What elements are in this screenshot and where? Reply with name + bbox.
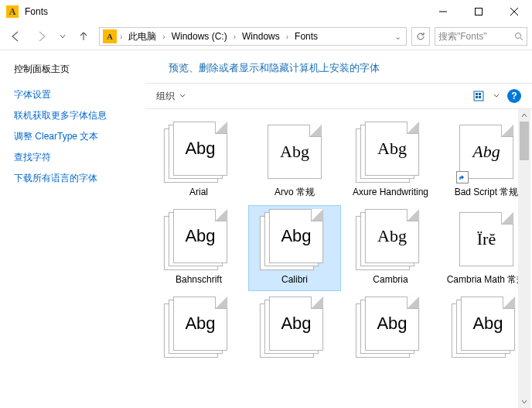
font-sample: Abg — [472, 142, 500, 162]
font-sample: Abg — [185, 139, 215, 159]
sidebar-link-find-char[interactable]: 查找字符 — [14, 151, 131, 164]
font-thumbnail: Ïrĕ — [452, 209, 521, 269]
scroll-up-button[interactable] — [518, 109, 530, 122]
organize-button[interactable]: 组织 — [156, 90, 186, 103]
toolbar: 组织 ? — [145, 83, 532, 109]
scroll-down-button[interactable] — [518, 396, 530, 408]
font-sample: Abg — [280, 142, 309, 162]
vertical-scrollbar[interactable] — [518, 109, 530, 408]
history-dropdown[interactable] — [57, 33, 68, 39]
font-label: Arial — [189, 187, 208, 198]
svg-rect-8 — [479, 93, 481, 95]
close-button[interactable] — [496, 0, 532, 23]
font-thumbnail: Abg — [260, 297, 329, 357]
svg-point-4 — [516, 33, 521, 39]
breadcrumb[interactable]: 此电脑 — [125, 30, 159, 43]
font-item[interactable]: AbgArial — [153, 118, 244, 203]
font-label: Bahnschrift — [176, 274, 222, 286]
font-thumbnail: Abg — [356, 122, 425, 182]
chevron-down-icon — [179, 93, 186, 99]
address-bar[interactable]: A › 此电脑 › Windows (C:) › Windows › Fonts… — [99, 27, 407, 46]
font-thumbnail: Abg — [164, 209, 234, 269]
font-sample: Abg — [185, 226, 215, 246]
font-item[interactable]: Abg — [345, 293, 436, 366]
font-label: Axure Handwriting — [353, 187, 428, 198]
svg-line-5 — [520, 38, 523, 40]
sidebar: 控制面板主页 字体设置 联机获取更多字体信息 调整 ClearType 文本 查… — [0, 50, 145, 408]
forward-button[interactable] — [31, 26, 53, 47]
font-sample: Abg — [472, 314, 503, 334]
chevron-right-icon: › — [118, 33, 124, 41]
font-grid: AbgArialAbgArvo 常规AbgAxure HandwritingAb… — [145, 109, 532, 366]
font-thumbnail: Abg — [260, 209, 329, 269]
font-label: Bad Script 常规 — [455, 187, 519, 198]
svg-rect-1 — [476, 9, 483, 15]
font-item[interactable]: AbgBahnschrift — [153, 206, 244, 290]
chevron-right-icon: › — [285, 33, 290, 41]
page-headline: 预览、删除或者显示和隐藏计算机上安装的字体 — [145, 50, 532, 83]
sidebar-link-get-more-fonts[interactable]: 联机获取更多字体信息 — [14, 109, 131, 122]
app-icon: A — [6, 5, 19, 18]
nav-bar: A › 此电脑 › Windows (C:) › Windows › Fonts… — [0, 23, 532, 50]
font-sample: Abg — [377, 314, 407, 334]
scroll-track[interactable] — [518, 122, 530, 396]
folder-icon: A — [103, 29, 117, 43]
font-item[interactable]: AbgCalibri — [249, 206, 340, 290]
font-item[interactable]: Abg — [153, 293, 244, 366]
sidebar-link-download-all[interactable]: 下载所有语言的字体 — [14, 172, 131, 185]
chevron-right-icon: › — [161, 33, 166, 41]
font-sample: Abg — [377, 139, 407, 159]
font-thumbnail: Abg — [164, 297, 234, 357]
search-icon — [514, 32, 523, 41]
control-panel-home[interactable]: 控制面板主页 — [14, 63, 131, 76]
app-icon-letter: A — [9, 6, 16, 18]
breadcrumb[interactable]: Windows (C:) — [169, 31, 230, 42]
body: 控制面板主页 字体设置 联机获取更多字体信息 调整 ClearType 文本 查… — [0, 50, 532, 408]
font-sample: Abg — [185, 314, 215, 334]
font-item[interactable]: Abg — [249, 293, 340, 366]
font-thumbnail: Abg — [452, 297, 521, 357]
font-sample: Ïrĕ — [477, 229, 496, 249]
search-placeholder: 搜索"Fonts" — [438, 30, 511, 43]
svg-rect-10 — [479, 96, 481, 98]
back-button[interactable] — [5, 26, 26, 47]
main-panel: 预览、删除或者显示和隐藏计算机上安装的字体 组织 ? AbgArialAbgAr… — [145, 50, 532, 408]
font-thumbnail: Abg — [356, 297, 425, 357]
font-item[interactable]: AbgCambria — [345, 206, 436, 290]
font-item[interactable]: AbgArvo 常规 — [249, 118, 340, 203]
maximize-button[interactable] — [461, 0, 496, 23]
breadcrumb[interactable]: Windows — [239, 31, 283, 42]
font-thumbnail: Abg — [260, 122, 329, 182]
font-sample: Abg — [377, 226, 407, 246]
font-label: Cambria Math 常规 — [447, 274, 527, 286]
font-label: Arvo 常规 — [275, 187, 315, 198]
chevron-down-icon[interactable]: ⌄ — [393, 32, 403, 42]
font-thumbnail: Abg — [164, 122, 234, 182]
font-thumbnail: Abg — [356, 209, 425, 269]
chevron-down-icon — [493, 93, 500, 99]
shortcut-overlay-icon — [456, 171, 469, 183]
minimize-button[interactable] — [425, 0, 461, 23]
window-controls — [425, 0, 532, 23]
breadcrumb[interactable]: Fonts — [292, 31, 321, 42]
font-item[interactable]: AbgAxure Handwriting — [345, 118, 436, 203]
search-input[interactable]: 搜索"Fonts" — [435, 27, 527, 46]
window-title: Fonts — [25, 6, 48, 17]
refresh-button[interactable] — [411, 27, 430, 46]
view-options-button[interactable] — [473, 91, 500, 101]
view-icon — [473, 91, 490, 101]
content-area: AbgArialAbgArvo 常规AbgAxure HandwritingAb… — [145, 109, 532, 408]
help-button[interactable]: ? — [507, 89, 521, 103]
scroll-thumb[interactable] — [520, 122, 529, 160]
font-label: Calibri — [281, 274, 308, 286]
organize-label: 组织 — [156, 90, 175, 103]
font-sample: Abg — [281, 314, 311, 334]
svg-rect-9 — [476, 96, 478, 98]
font-thumbnail: Abg — [452, 122, 521, 182]
chevron-right-icon: › — [232, 33, 237, 41]
up-button[interactable] — [73, 26, 94, 47]
font-label: Cambria — [373, 274, 408, 286]
sidebar-link-cleartype[interactable]: 调整 ClearType 文本 — [14, 130, 131, 143]
sidebar-link-font-settings[interactable]: 字体设置 — [14, 88, 131, 101]
svg-rect-7 — [476, 93, 478, 95]
